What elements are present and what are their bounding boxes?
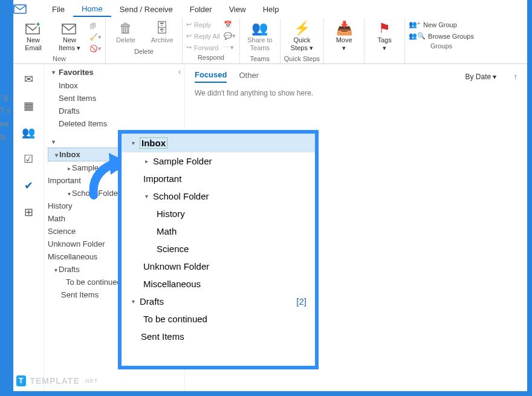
chevron-down-icon: ▾: [143, 193, 149, 200]
sent-label: Sent Items: [61, 290, 99, 299]
rail-tasks-icon[interactable]: ☑: [24, 152, 33, 166]
new-email-label: New Email: [25, 36, 42, 51]
reply-all-label: Reply All: [194, 33, 220, 40]
people-search-icon: 👥🔍: [409, 32, 426, 40]
new-items-button[interactable]: New Items ▾: [53, 21, 86, 53]
tree-item-label: Important: [48, 176, 81, 185]
favorite-item[interactable]: Inbox: [44, 79, 184, 92]
rail-apps-icon[interactable]: ⊞: [24, 206, 33, 219]
watermark-suffix: .NET: [83, 378, 99, 384]
menu-folder[interactable]: Folder: [181, 2, 221, 16]
menu-view[interactable]: View: [221, 2, 255, 16]
new-email-icon: [25, 22, 41, 35]
reply-all-button[interactable]: ↩ Reply All: [186, 32, 220, 40]
archive-button[interactable]: 🗄Archive: [146, 21, 178, 45]
delete-button[interactable]: 🗑Delete: [109, 21, 142, 45]
nav-rail: ✉ ▦ 👥 ☑ ✔ ⊞: [13, 64, 44, 391]
callout-drafts[interactable]: ▾Drafts[2]: [122, 293, 315, 310]
ribbon: New Email New Items ▾ 🗐 🧹▾ 🚫▾ New: [13, 18, 527, 64]
callout-item-label: School Folder: [153, 191, 209, 201]
tree-item-label: Unknown Folder: [48, 239, 105, 248]
browse-groups-label: Browse Groups: [428, 33, 474, 40]
respond-extra: 📅 💬▾ ⋯▾: [224, 21, 236, 51]
reply-label: Reply: [194, 21, 211, 28]
meeting-icon[interactable]: 📅: [224, 21, 236, 28]
quick-steps-label: Quick Steps ▾: [291, 36, 313, 51]
share-to-teams-button[interactable]: 👥Share to Teams: [244, 21, 276, 53]
tab-focused[interactable]: Focused: [195, 70, 227, 83]
new-items-icon: [62, 22, 77, 35]
ribbon-group-move: 📥Move ▾: [324, 18, 365, 63]
ribbon-group-delete: 🗑Delete 🗄Archive Delete: [106, 18, 183, 63]
chevron-right-icon: ▸: [143, 158, 149, 164]
callout-item-label: Unknown Folder: [143, 261, 209, 271]
callout-item[interactable]: To be continued: [122, 310, 315, 328]
rail-people-icon[interactable]: 👥: [22, 126, 35, 139]
callout-item[interactable]: Unknown Folder: [122, 258, 315, 275]
callout-inbox-label: Inbox: [140, 137, 167, 149]
callout-item-label: History: [157, 209, 185, 219]
chevron-down-icon: ▾: [130, 298, 136, 305]
chevron-down-icon: ▾: [53, 267, 59, 273]
rail-mail-icon[interactable]: ✉: [24, 73, 33, 86]
svg-rect-0: [14, 5, 26, 13]
new-email-button[interactable]: New Email: [17, 21, 50, 53]
reply-button[interactable]: ↩ Reply: [186, 21, 220, 28]
favorite-item[interactable]: Deleted Items: [44, 117, 184, 130]
callout-item[interactable]: History: [122, 205, 315, 222]
callout-item[interactable]: Miscellaneous: [122, 275, 315, 293]
chevron-right-icon: ▸: [66, 165, 72, 172]
callout-item[interactable]: ▾School Folder: [122, 187, 315, 205]
quick-steps-button[interactable]: ⚡Quick Steps ▾: [285, 21, 318, 53]
move-icon: 📥: [336, 22, 352, 35]
callout-drafts-count: [2]: [296, 296, 307, 307]
sort-by-date[interactable]: By Date ▾: [465, 73, 496, 81]
share-teams-label: Share to Teams: [247, 36, 273, 51]
group-label-teams: Teams: [250, 53, 270, 62]
move-button[interactable]: 📥Move ▾: [328, 21, 360, 53]
junk-icon[interactable]: 🚫▾: [89, 45, 102, 53]
cleanup-icon[interactable]: 🧹▾: [89, 33, 102, 41]
truncated-background-text: ' g T s ee ts: [0, 91, 13, 144]
menu-home[interactable]: Home: [73, 2, 111, 17]
chevron-down-icon: ▾: [66, 190, 72, 197]
callout-item[interactable]: Science: [122, 240, 315, 258]
im-icon[interactable]: 💬▾: [224, 32, 236, 40]
callout-sent[interactable]: Sent Items: [122, 328, 315, 345]
collapse-pane-icon[interactable]: ‹: [178, 68, 181, 76]
delete-icon: 🗑: [119, 22, 132, 35]
forward-button[interactable]: ↪ Forward: [186, 44, 220, 51]
new-small-buttons: 🗐 🧹▾ 🚫▾: [89, 22, 102, 53]
chevron-down-icon: ▾: [130, 140, 136, 146]
tags-button[interactable]: ⚑Tags ▾: [368, 21, 401, 53]
menu-file[interactable]: File: [44, 2, 73, 16]
callout-item[interactable]: Math: [122, 222, 315, 240]
folder-callout: ▾Inbox ▸Sample FolderImportant▾School Fo…: [118, 130, 319, 369]
ignore-icon[interactable]: 🗐: [89, 22, 102, 30]
favorites-header[interactable]: ▾Favorites: [44, 64, 184, 79]
sort-direction-icon[interactable]: ↑: [514, 72, 518, 81]
menu-send-receive[interactable]: Send / Receive: [111, 2, 181, 16]
chevron-down-icon: ▾: [50, 138, 56, 145]
tab-other[interactable]: Other: [239, 71, 259, 82]
rail-todo-icon[interactable]: ✔: [24, 179, 33, 192]
callout-item-label: Important: [143, 174, 181, 184]
watermark: T TEMPLATE.NET: [16, 375, 98, 386]
tree-item-label: History: [48, 201, 72, 210]
tags-label: Tags ▾: [377, 36, 391, 51]
ribbon-group-tags: ⚑Tags ▾: [365, 18, 405, 63]
rail-calendar-icon[interactable]: ▦: [24, 99, 34, 112]
browse-groups-button[interactable]: 👥🔍 Browse Groups: [409, 32, 474, 40]
chevron-down-icon: ▾: [50, 69, 56, 76]
group-label-quicksteps: Quick Steps: [284, 53, 320, 62]
favorite-item[interactable]: Sent Items: [44, 92, 184, 105]
new-group-button[interactable]: 👥⁺ New Group: [409, 21, 474, 28]
callout-item[interactable]: ▸Sample Folder: [122, 152, 315, 170]
new-items-label: New Items ▾: [59, 36, 80, 51]
more-respond-icon[interactable]: ⋯▾: [224, 44, 236, 51]
callout-inbox[interactable]: ▾Inbox: [122, 134, 315, 152]
favorite-item[interactable]: Drafts: [44, 105, 184, 117]
ribbon-group-new: New Email New Items ▾ 🗐 🧹▾ 🚫▾ New: [13, 18, 106, 63]
menu-help[interactable]: Help: [255, 2, 288, 16]
callout-item[interactable]: Important: [122, 170, 315, 187]
